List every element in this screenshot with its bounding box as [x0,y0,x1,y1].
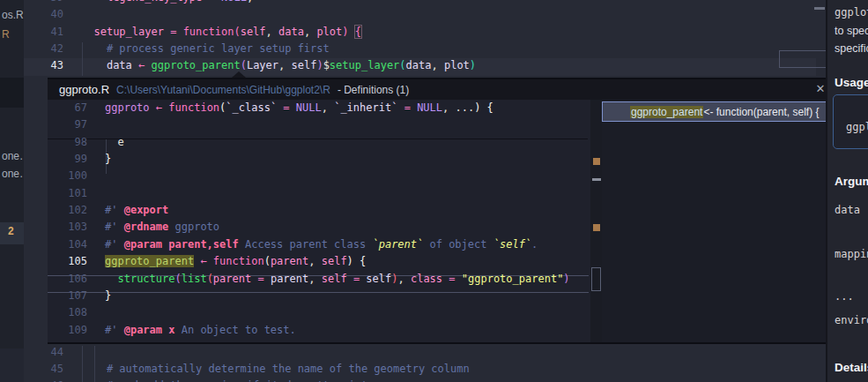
line-number: 98 [48,136,87,148]
doc-text-line: specific [835,42,868,55]
line-number: 44 [24,346,63,358]
peek-title-suffix: - Definitions (1) [338,84,409,96]
peek-definitions-widget: ggproto.R C:\Users\Yutani\Documents\GitH… [48,78,826,344]
code-line[interactable]: 106 structure(list(parent = parent, self… [48,273,590,290]
line-number: 67 [48,101,87,114]
line-number: 105 [48,255,87,267]
line-number: 100 [48,169,87,182]
doc-text-line: ggplot [835,6,868,19]
code-line[interactable]: 102#' @export [48,204,590,221]
sidebar-band [0,348,24,382]
peek-overview-ruler [590,100,602,342]
sidebar-file-item[interactable]: one… [2,168,24,180]
code-line[interactable]: 109#' @param x An object to test. [48,324,590,341]
code-text: # process generic layer setup first [81,42,330,55]
editor-pane[interactable]: 39 legend_key_type = NULL,4041 setup_lay… [24,0,826,382]
sidebar-file-item[interactable]: R [2,28,10,41]
code-text: setup_layer = function(self, data, plot)… [81,26,361,38]
git-changes-badge: 2 [8,225,14,237]
sidebar-file-item[interactable]: os.R [2,9,24,21]
reference-match-highlight: ggproto_parent [630,106,703,118]
code-line[interactable]: 103#' @rdname ggproto [48,221,590,238]
peek-references-list: ggproto_parent <- function(parent, self)… [602,100,826,342]
doc-text-line: mapping [835,248,868,260]
line-number: 43 [24,59,63,71]
code-text: legend_key_type = NULL, [81,0,253,4]
help-documentation-panel[interactable]: ggplotto specspecificUsageggplArgumentsd… [826,0,868,382]
close-icon[interactable]: ✕ [813,82,826,96]
code-text: } [105,153,111,165]
doc-text-line: environ [835,314,868,326]
peek-header[interactable]: ggproto.R C:\Users\Yutani\Documents\GitH… [48,79,826,100]
code-line[interactable]: 99} [48,153,590,170]
code-line[interactable]: 105ggproto_parent ← function(parent, sel… [48,255,590,273]
sidebar-file-item[interactable]: one… [2,150,24,162]
code-text: } [105,289,111,302]
line-number: 104 [48,238,87,251]
code-line[interactable]: 101 [48,187,590,205]
code-text: ggproto ← function(`_class` = NULL, `_in… [105,101,493,114]
code-text: #' @rdname ggproto [105,221,219,233]
ruler-decoration [593,158,600,165]
code-text: #' @export [105,204,168,216]
code-line[interactable]: 42 # process generic layer setup first [24,42,826,60]
peek-body: 67ggproto ← function(`_class` = NULL, `_… [48,100,826,342]
code-line[interactable]: 43 data ← ggproto_parent(Layer, self)$se… [24,59,826,77]
code-text: #' @param parent,self Access parent clas… [105,238,538,251]
usage-code-box: ggpl [833,94,868,149]
code-text: structure(list(parent = parent, self = s… [105,273,570,285]
ruler-decoration [592,178,601,181]
code-line[interactable]: 97 [48,118,590,136]
code-text: #' @param x An object to test. [105,324,296,336]
sidebar-band [0,78,24,108]
line-number: 42 [24,42,63,55]
code-line[interactable]: 40 [24,8,826,26]
code-line[interactable]: 108 [48,306,590,324]
doc-section-heading: Usage [835,76,868,89]
code-line[interactable]: 45 # automatically determine the name of… [24,363,826,380]
line-number: 102 [48,204,87,216]
code-line[interactable]: 98 e [48,136,590,154]
doc-section-heading: Details [835,361,868,374]
line-number: 103 [48,221,87,233]
line-number: 106 [48,273,87,285]
code-line[interactable]: 100 [48,169,590,187]
line-number: 107 [48,289,87,302]
scrollbar-slider[interactable] [591,267,601,291]
code-line[interactable]: 107} [48,289,590,307]
line-number: 40 [24,8,63,20]
line-number: 99 [48,153,87,165]
line-number: 41 [24,26,63,38]
peek-file-path: C:\Users\Yutani\Documents\GitHub\ggplot2… [116,84,330,96]
explorer-sidebar: os.RRone…one… 2 [0,0,24,382]
line-number: 109 [48,324,87,336]
code-line[interactable]: 41 setup_layer = function(self, data, pl… [24,26,826,43]
code-line[interactable]: 67ggproto ← function(`_class` = NULL, `_… [48,101,590,119]
doc-text-line: ... [835,290,854,303]
code-text: e [105,136,124,148]
minimap-slider[interactable] [779,50,826,68]
peek-anchor-arrow-icon [232,71,246,78]
vscode-window: os.RRone…one… 2 39 legend_key_type = NUL… [0,0,868,382]
line-number: 108 [48,306,87,318]
code-text: # automatically determine the name of th… [81,363,470,375]
code-text: ggproto_parent ← function(parent, self) … [105,255,366,267]
line-number: 101 [48,187,87,199]
reference-list-item[interactable]: ggproto_parent <- function(parent, self)… [602,101,826,122]
line-number: 45 [24,363,63,375]
indent-guide [82,346,83,382]
code-text: data ← ggproto_parent(Layer, self)$setup… [81,59,476,71]
doc-section-heading: Arguments [835,175,868,188]
overview-ruler-cursor-mark [814,7,825,10]
indent-guide [82,42,83,76]
doc-text-line: data [835,204,860,216]
code-line[interactable]: 44 [24,346,826,363]
line-number: 39 [24,0,63,4]
doc-text-line: to spec [835,25,868,37]
indent-guide [94,346,95,382]
peek-file-name: ggproto.R [59,83,109,96]
reference-item-text: <- function(parent, self) { [703,106,819,118]
line-number: 97 [48,118,87,131]
code-line[interactable]: 104#' @param parent,self Access parent c… [48,238,590,256]
peek-editor[interactable]: 67ggproto ← function(`_class` = NULL, `_… [48,100,590,342]
